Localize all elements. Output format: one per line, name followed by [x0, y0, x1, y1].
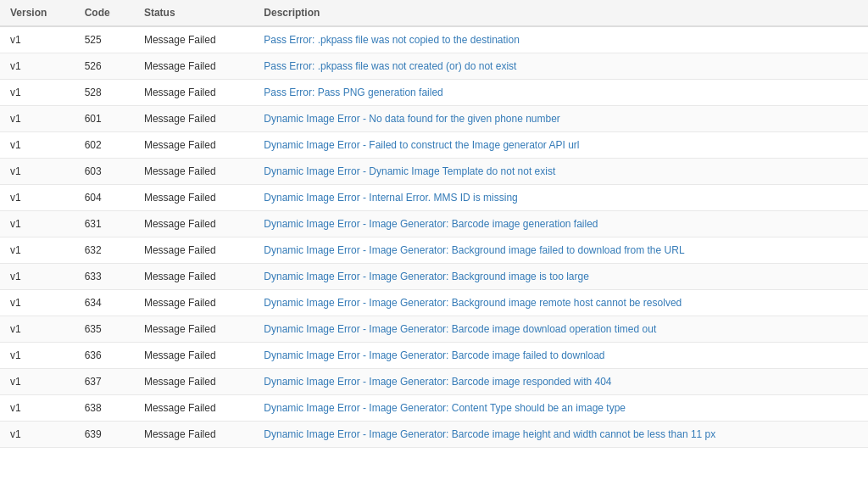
- cell-status: Message Failed: [134, 106, 253, 132]
- cell-description: Dynamic Image Error - Image Generator: B…: [253, 422, 868, 448]
- cell-description: Pass Error: .pkpass file was not created…: [253, 53, 868, 80]
- cell-code: 634: [75, 290, 134, 316]
- cell-code: 526: [75, 53, 134, 80]
- cell-description: Dynamic Image Error - Failed to construc…: [253, 132, 868, 159]
- cell-code: 638: [75, 395, 134, 422]
- cell-status: Message Failed: [134, 290, 253, 316]
- cell-description: Dynamic Image Error - Image Generator: B…: [253, 290, 868, 316]
- cell-version: v1: [0, 159, 75, 185]
- col-header-code: Code: [75, 0, 134, 26]
- cell-status: Message Failed: [134, 53, 253, 80]
- cell-version: v1: [0, 237, 75, 264]
- table-header-row: Version Code Status Description: [0, 0, 868, 26]
- cell-description: Pass Error: .pkpass file was not copied …: [253, 26, 868, 53]
- cell-status: Message Failed: [134, 343, 253, 369]
- cell-status: Message Failed: [134, 132, 253, 159]
- cell-code: 525: [75, 26, 134, 53]
- table-row: v1526Message FailedPass Error: .pkpass f…: [0, 53, 868, 80]
- table-row: v1601Message FailedDynamic Image Error -…: [0, 106, 868, 132]
- cell-code: 635: [75, 316, 134, 343]
- cell-version: v1: [0, 264, 75, 290]
- cell-code: 604: [75, 185, 134, 211]
- table-row: v1639Message FailedDynamic Image Error -…: [0, 422, 868, 448]
- cell-code: 632: [75, 237, 134, 264]
- cell-description: Dynamic Image Error - Image Generator: B…: [253, 211, 868, 237]
- cell-code: 637: [75, 369, 134, 395]
- cell-version: v1: [0, 132, 75, 159]
- cell-description: Dynamic Image Error - Image Generator: B…: [253, 316, 868, 343]
- cell-code: 631: [75, 211, 134, 237]
- cell-version: v1: [0, 26, 75, 53]
- cell-description: Dynamic Image Error - Image Generator: C…: [253, 395, 868, 422]
- cell-version: v1: [0, 80, 75, 106]
- cell-description: Dynamic Image Error - Image Generator: B…: [253, 264, 868, 290]
- cell-description: Dynamic Image Error - Image Generator: B…: [253, 237, 868, 264]
- table-row: v1602Message FailedDynamic Image Error -…: [0, 132, 868, 159]
- cell-description: Dynamic Image Error - Image Generator: B…: [253, 343, 868, 369]
- cell-version: v1: [0, 106, 75, 132]
- cell-version: v1: [0, 53, 75, 80]
- table-row: v1633Message FailedDynamic Image Error -…: [0, 264, 868, 290]
- cell-code: 639: [75, 422, 134, 448]
- cell-version: v1: [0, 343, 75, 369]
- cell-code: 602: [75, 132, 134, 159]
- error-codes-table: Version Code Status Description v1525Mes…: [0, 0, 868, 448]
- table-row: v1604Message FailedDynamic Image Error -…: [0, 185, 868, 211]
- cell-status: Message Failed: [134, 211, 253, 237]
- cell-version: v1: [0, 369, 75, 395]
- cell-status: Message Failed: [134, 159, 253, 185]
- cell-status: Message Failed: [134, 395, 253, 422]
- cell-version: v1: [0, 316, 75, 343]
- table-row: v1603Message FailedDynamic Image Error -…: [0, 159, 868, 185]
- cell-version: v1: [0, 422, 75, 448]
- cell-version: v1: [0, 211, 75, 237]
- cell-code: 601: [75, 106, 134, 132]
- cell-status: Message Failed: [134, 237, 253, 264]
- table-row: v1636Message FailedDynamic Image Error -…: [0, 343, 868, 369]
- cell-status: Message Failed: [134, 80, 253, 106]
- cell-code: 636: [75, 343, 134, 369]
- cell-description: Dynamic Image Error - Internal Error. MM…: [253, 185, 868, 211]
- cell-status: Message Failed: [134, 316, 253, 343]
- col-header-description: Description: [253, 0, 868, 26]
- col-header-version: Version: [0, 0, 75, 26]
- cell-status: Message Failed: [134, 185, 253, 211]
- table-row: v1631Message FailedDynamic Image Error -…: [0, 211, 868, 237]
- cell-code: 633: [75, 264, 134, 290]
- cell-version: v1: [0, 395, 75, 422]
- table-row: v1528Message FailedPass Error: Pass PNG …: [0, 80, 868, 106]
- table-row: v1634Message FailedDynamic Image Error -…: [0, 290, 868, 316]
- cell-description: Dynamic Image Error - Image Generator: B…: [253, 369, 868, 395]
- cell-status: Message Failed: [134, 26, 253, 53]
- table-row: v1637Message FailedDynamic Image Error -…: [0, 369, 868, 395]
- cell-code: 603: [75, 159, 134, 185]
- cell-version: v1: [0, 290, 75, 316]
- cell-code: 528: [75, 80, 134, 106]
- table-row: v1632Message FailedDynamic Image Error -…: [0, 237, 868, 264]
- cell-status: Message Failed: [134, 369, 253, 395]
- cell-description: Pass Error: Pass PNG generation failed: [253, 80, 868, 106]
- cell-status: Message Failed: [134, 264, 253, 290]
- cell-version: v1: [0, 185, 75, 211]
- table-row: v1635Message FailedDynamic Image Error -…: [0, 316, 868, 343]
- cell-description: Dynamic Image Error - Dynamic Image Temp…: [253, 159, 868, 185]
- table-row: v1525Message FailedPass Error: .pkpass f…: [0, 26, 868, 53]
- cell-description: Dynamic Image Error - No data found for …: [253, 106, 868, 132]
- table-row: v1638Message FailedDynamic Image Error -…: [0, 395, 868, 422]
- col-header-status: Status: [134, 0, 253, 26]
- cell-status: Message Failed: [134, 422, 253, 448]
